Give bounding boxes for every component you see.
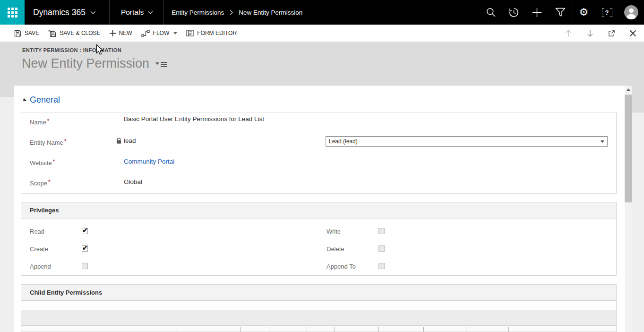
- app-title: Dynamics 365: [33, 8, 86, 17]
- help-button[interactable]: ?: [595, 0, 618, 25]
- save-icon: [14, 30, 21, 37]
- scope-field-value[interactable]: Global: [124, 178, 142, 185]
- form-editor-icon: [186, 30, 194, 36]
- close-form-button[interactable]: [629, 30, 636, 37]
- required-mark: *: [64, 138, 67, 145]
- chevron-down-icon: [173, 32, 177, 35]
- scope-field-label: Scope*: [30, 180, 51, 187]
- subgrid-toolbar-strip: [21, 301, 616, 310]
- append-to-checkbox[interactable]: [378, 263, 385, 269]
- waffle-icon: [8, 8, 17, 17]
- general-section-header[interactable]: General: [22, 95, 60, 105]
- required-mark: *: [48, 179, 51, 185]
- name-field-label: Name*: [30, 119, 49, 126]
- new-icon: [110, 30, 116, 36]
- close-icon: [629, 30, 636, 37]
- required-mark: *: [53, 158, 55, 165]
- header-band-extension: [632, 97, 644, 113]
- chevron-down-icon: [148, 11, 153, 14]
- append-to-label: Append To: [326, 263, 356, 270]
- scrollbar-up-icon: [627, 88, 630, 91]
- chevron-down-icon: [601, 140, 604, 143]
- form-switcher-icon[interactable]: [155, 60, 167, 68]
- general-section-title: General: [30, 95, 60, 105]
- append-checkbox[interactable]: [82, 263, 88, 269]
- help-icon: ?: [602, 8, 612, 17]
- gear-icon: ⚙: [579, 7, 589, 17]
- read-checkbox[interactable]: [82, 228, 88, 234]
- section-expander-icon: [22, 98, 26, 103]
- app-launcher-button[interactable]: [0, 0, 25, 25]
- plus-icon: [532, 8, 542, 17]
- breadcrumb: Entity Permissions New Entity Permission: [164, 0, 302, 25]
- child-entity-permissions-header: Child Entity Permissions: [21, 285, 616, 301]
- form-editor-button[interactable]: FORM EDITOR: [186, 30, 237, 36]
- flow-icon: [141, 30, 150, 37]
- read-label: Read: [30, 228, 44, 235]
- search-button[interactable]: [479, 0, 502, 25]
- top-nav-bar: Dynamics 365 Portals Entity Permissions …: [0, 0, 644, 25]
- save-close-icon: [48, 29, 56, 37]
- scrollbar-up-button[interactable]: [625, 86, 632, 94]
- breadcrumb-entity-permissions[interactable]: Entity Permissions: [172, 9, 224, 16]
- entity-name-dropdown[interactable]: Lead (lead): [326, 136, 608, 147]
- screen: Dynamics 365 Portals Entity Permissions …: [0, 0, 644, 332]
- form-page: ENTITY PERMISSION : INFORMATION New Enti…: [0, 42, 644, 332]
- filter-icon: [555, 8, 566, 17]
- general-field-group: Name* Basic Portal User Entity Permissio…: [21, 113, 617, 194]
- write-checkbox[interactable]: [378, 228, 385, 234]
- area-switcher-portals[interactable]: Portals: [110, 0, 163, 25]
- website-field-link[interactable]: Community Portal: [124, 158, 174, 165]
- entity-name-field-label: Entity Name*: [30, 139, 66, 146]
- dynamics-365-menu[interactable]: Dynamics 365: [25, 0, 109, 25]
- search-icon: [486, 7, 496, 17]
- required-mark: *: [47, 118, 50, 124]
- save-and-close-button[interactable]: SAVE & CLOSE: [48, 29, 100, 37]
- create-checkbox[interactable]: [82, 245, 88, 252]
- flow-button[interactable]: FLOW: [141, 30, 178, 37]
- page-title: New Entity Permission: [22, 56, 149, 71]
- lock-icon: [116, 138, 121, 144]
- advanced-find-button[interactable]: [549, 0, 572, 25]
- record-type-label: ENTITY PERMISSION : INFORMATION: [22, 47, 121, 53]
- down-arrow-icon: [586, 29, 594, 37]
- delete-label: Delete: [326, 245, 344, 253]
- append-label: Append: [30, 263, 51, 270]
- subgrid-empty-strip: [21, 310, 616, 326]
- privileges-section: Privileges Read Write Create Delete Appe…: [21, 202, 617, 276]
- write-label: Write: [326, 228, 341, 235]
- user-profile-button[interactable]: [618, 0, 644, 25]
- form-body-panel: General Name* Basic Portal User Entity P…: [14, 86, 625, 332]
- child-entity-permissions-section: Child Entity Permissions: [21, 284, 617, 332]
- recent-items-button[interactable]: [502, 0, 525, 25]
- create-record-button[interactable]: [525, 0, 549, 25]
- save-button[interactable]: SAVE: [14, 30, 39, 37]
- breadcrumb-chevron-icon: [230, 10, 233, 15]
- up-arrow-icon: [565, 29, 572, 37]
- popout-button[interactable]: [608, 30, 615, 37]
- history-icon: [508, 7, 519, 18]
- chevron-down-icon: [90, 11, 96, 14]
- settings-button[interactable]: ⚙: [572, 0, 595, 25]
- area-title: Portals: [121, 8, 144, 17]
- previous-record-button[interactable]: [565, 29, 572, 37]
- new-button[interactable]: NEW: [110, 30, 132, 36]
- delete-checkbox[interactable]: [378, 245, 385, 252]
- scrollbar-thumb[interactable]: [625, 95, 632, 202]
- entity-name-field-value: lead: [124, 137, 136, 144]
- privileges-section-header: Privileges: [21, 202, 616, 218]
- subgrid-column-header-row: [21, 326, 616, 332]
- command-bar: SAVE SAVE & CLOSE NEW FLOW: [0, 25, 644, 42]
- name-field-value[interactable]: Basic Portal User Entity Permissions for…: [124, 115, 264, 122]
- form-scrollbar[interactable]: [625, 86, 632, 332]
- breadcrumb-current[interactable]: New Entity Permission: [239, 9, 302, 16]
- next-record-button[interactable]: [586, 29, 594, 37]
- popout-icon: [608, 30, 615, 37]
- create-label: Create: [30, 245, 48, 253]
- website-field-label: Website*: [30, 159, 55, 166]
- avatar: [624, 5, 638, 19]
